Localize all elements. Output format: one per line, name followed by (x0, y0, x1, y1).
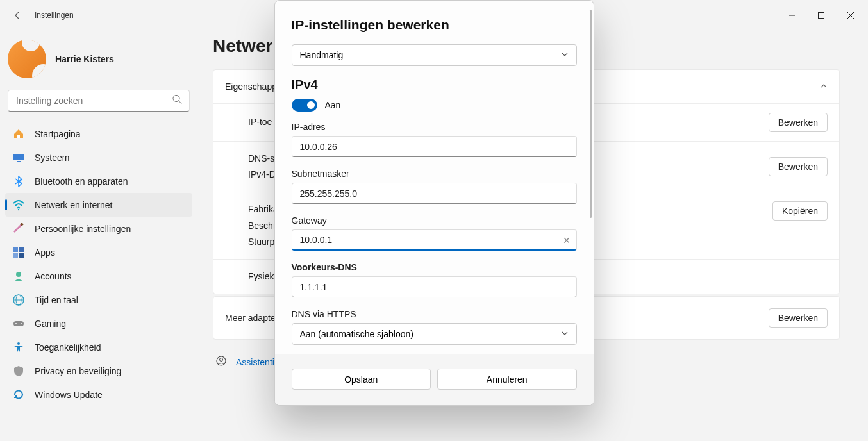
clear-input-icon[interactable]: ✕ (563, 235, 571, 245)
dialog-title: IP-instellingen bewerken (292, 17, 577, 33)
dialog-overlay: IP-instellingen bewerken Handmatig IPv4 … (0, 0, 868, 441)
cancel-button[interactable]: Annuleren (437, 369, 577, 390)
ip-address-label: IP-adres (292, 122, 577, 132)
save-button[interactable]: Opslaan (292, 369, 431, 390)
dns-over-https-select[interactable]: Aan (automatische sjabloon) (292, 323, 577, 345)
dns-over-https-label: DNS via HTTPS (292, 309, 577, 319)
chevron-down-icon (561, 50, 569, 60)
ip-address-input[interactable] (292, 136, 577, 157)
chevron-down-icon (561, 329, 569, 339)
gateway-label: Gateway (292, 215, 577, 226)
dialog-scrollbar[interactable] (590, 10, 592, 218)
ipv4-toggle-label: Aan (325, 100, 341, 110)
subnet-label: Subnetmasker (292, 169, 577, 179)
gateway-input[interactable] (292, 229, 577, 251)
ipv4-toggle[interactable] (292, 99, 317, 112)
ip-settings-dialog: IP-instellingen bewerken Handmatig IPv4 … (274, 0, 594, 406)
preferred-dns-input[interactable] (292, 276, 577, 297)
subnet-input[interactable] (292, 183, 577, 204)
mode-select[interactable]: Handmatig (292, 44, 577, 66)
preferred-dns-label: Voorkeurs-DNS (292, 262, 577, 272)
ipv4-heading: IPv4 (292, 78, 577, 92)
